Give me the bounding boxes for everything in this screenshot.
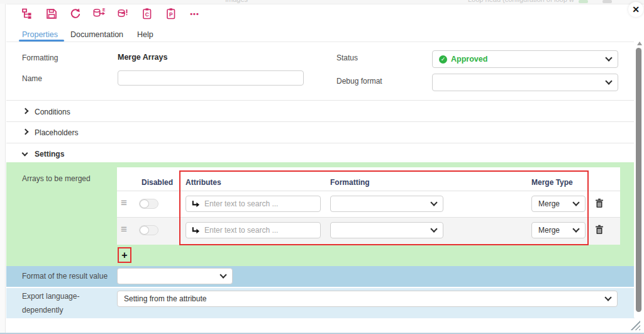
debug-format-label: Debug format: [336, 77, 382, 86]
formatting-select[interactable]: [330, 222, 443, 238]
col-header-attributes: Attributes: [186, 178, 221, 187]
properties-dialog-screen: Images Loop head (configuration of loop …: [0, 0, 644, 334]
approved-check-icon: ✓: [439, 55, 447, 64]
debug-format-select[interactable]: [432, 74, 618, 91]
export-language-label-line1: Export language-: [22, 292, 79, 301]
chevron-down-icon: [572, 199, 579, 206]
copy-clipboard-icon[interactable]: C: [140, 7, 153, 20]
add-row-button[interactable]: +: [118, 247, 131, 263]
background-green-chip: [579, 0, 588, 3]
search-arrow-icon: [191, 226, 200, 234]
divider: [6, 121, 635, 122]
left-page-strip: [0, 4, 6, 333]
delete-row-button[interactable]: [594, 198, 605, 211]
tab-properties[interactable]: Properties: [22, 30, 58, 39]
section-settings[interactable]: Settings: [35, 150, 64, 159]
chevron-down-icon: [430, 225, 437, 232]
tabs-divider: [6, 42, 644, 42]
chevron-down-icon: [572, 225, 579, 232]
scrollbar-thumb[interactable]: [636, 48, 641, 312]
background-gray-chip: [602, 0, 612, 3]
svg-text:P: P: [169, 11, 173, 17]
trash-icon: [594, 198, 605, 209]
drag-handle[interactable]: ≡: [121, 226, 127, 233]
close-icon: ✕: [632, 4, 640, 14]
chevron-down-icon: [605, 77, 612, 84]
name-label: Name: [22, 74, 42, 83]
background-images-label: Images: [225, 0, 248, 3]
chevron-down-icon: [605, 54, 612, 61]
chevron-down-icon: [430, 199, 437, 206]
database-import-icon[interactable]: [116, 7, 130, 20]
status-select[interactable]: ✓ Approved: [432, 50, 618, 68]
tab-help[interactable]: Help: [137, 30, 153, 39]
attributes-search-wrap: [186, 196, 321, 212]
save-icon[interactable]: [45, 7, 58, 20]
more-options-icon[interactable]: •••: [188, 7, 201, 20]
arrays-to-merge-label: Arrays to be merged: [22, 174, 91, 183]
export-language-label-line2: dependently: [22, 306, 63, 315]
name-input[interactable]: [125, 74, 297, 82]
col-header-disabled: Disabled: [138, 178, 177, 187]
scrollbar-up-arrow[interactable]: [637, 42, 642, 45]
svg-text:C: C: [145, 11, 149, 17]
attributes-search-input[interactable]: [204, 199, 315, 208]
row-divider: [117, 191, 620, 191]
section-conditions[interactable]: Conditions: [35, 108, 70, 116]
formatting-select[interactable]: [330, 196, 443, 212]
tree-structure-icon[interactable]: [21, 7, 34, 20]
export-language-select[interactable]: Setting from the attribute: [117, 291, 618, 307]
export-language-value: Setting from the attribute: [124, 294, 206, 303]
merge-type-select[interactable]: Merge: [531, 196, 586, 212]
status-value: Approved: [451, 55, 487, 64]
divider: [6, 100, 635, 101]
chevron-down-icon: [219, 271, 226, 278]
paste-clipboard-icon[interactable]: P: [164, 7, 177, 20]
merge-type-select[interactable]: Merge: [531, 222, 586, 238]
database-export-icon[interactable]: E: [92, 7, 106, 20]
delete-row-button[interactable]: [594, 224, 605, 238]
background-loop-label: Loop head (configuration of loop w: [468, 0, 574, 3]
disabled-toggle[interactable]: [139, 225, 158, 235]
section-placeholders[interactable]: Placeholders: [35, 128, 78, 137]
plus-icon: +: [121, 250, 127, 261]
formatting-label: Formatting: [22, 53, 58, 62]
col-header-formatting: Formatting: [330, 178, 370, 187]
name-field-wrap: [118, 70, 304, 86]
svg-text:E: E: [103, 8, 106, 12]
format-result-label: Format of the result value: [22, 272, 108, 281]
search-arrow-icon: [191, 200, 200, 208]
undo-icon[interactable]: [69, 7, 82, 20]
format-result-select[interactable]: [117, 268, 233, 284]
close-button[interactable]: ✕: [628, 2, 643, 17]
col-header-merge-type: Merge Type: [531, 178, 573, 187]
drag-handle[interactable]: ≡: [121, 200, 127, 206]
chevron-down-icon: [604, 294, 611, 301]
disabled-toggle[interactable]: [139, 199, 158, 209]
tab-documentation[interactable]: Documentation: [70, 30, 123, 39]
attributes-search-wrap: [186, 222, 321, 238]
toolbar: E C P •••: [21, 7, 201, 20]
formatting-value: Merge Arrays: [118, 53, 167, 62]
divider: [6, 143, 635, 143]
attributes-search-input[interactable]: [204, 226, 315, 235]
status-label: Status: [336, 53, 358, 62]
trash-icon: [594, 224, 605, 235]
